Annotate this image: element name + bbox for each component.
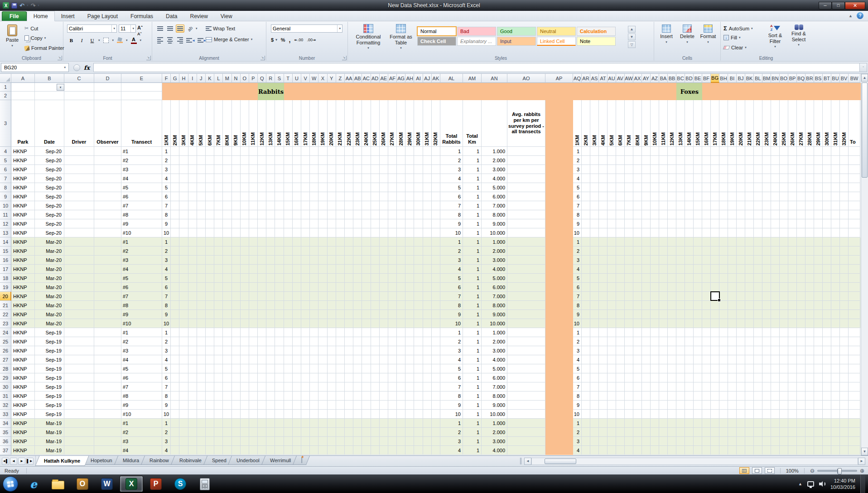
cell[interactable]: 7 xyxy=(162,382,171,392)
cell[interactable] xyxy=(380,392,388,401)
cell[interactable] xyxy=(284,410,293,419)
cell[interactable] xyxy=(171,147,179,156)
cell[interactable] xyxy=(788,373,797,382)
cell[interactable] xyxy=(336,310,345,319)
cell[interactable] xyxy=(266,219,275,228)
cell[interactable]: #8 xyxy=(121,392,162,401)
cell[interactable] xyxy=(423,337,432,346)
cell[interactable] xyxy=(397,237,405,246)
cell[interactable] xyxy=(405,274,414,283)
row-header-27[interactable]: 27 xyxy=(0,355,11,364)
column-header-BR[interactable]: BR xyxy=(805,74,814,83)
cell[interactable] xyxy=(94,373,121,382)
cell[interactable]: HKNP xyxy=(11,437,35,446)
cell[interactable] xyxy=(659,210,668,219)
cell[interactable] xyxy=(599,283,608,292)
cell[interactable] xyxy=(188,165,197,174)
cell[interactable] xyxy=(831,355,840,364)
cell[interactable] xyxy=(405,156,414,165)
cell[interactable] xyxy=(206,382,214,392)
cell[interactable] xyxy=(353,364,362,373)
cell[interactable]: 8 xyxy=(440,301,463,310)
cell[interactable] xyxy=(206,364,214,373)
cell[interactable] xyxy=(188,147,197,156)
cell[interactable]: 5 xyxy=(162,364,171,373)
bottom-align-icon[interactable] xyxy=(176,24,184,33)
cell[interactable] xyxy=(345,346,353,355)
row-header-37[interactable]: 37 xyxy=(0,446,11,455)
cell[interactable] xyxy=(608,210,616,219)
cell[interactable] xyxy=(545,419,573,428)
cell[interactable]: 1 xyxy=(463,210,482,219)
cell[interactable] xyxy=(223,228,231,237)
cell[interactable] xyxy=(849,201,860,210)
cell[interactable] xyxy=(328,156,336,165)
cell[interactable]: 2 xyxy=(573,337,582,346)
cell[interactable] xyxy=(545,292,573,301)
cell[interactable] xyxy=(371,156,380,165)
cell[interactable] xyxy=(336,165,345,174)
wrap-text-button[interactable]: Wrap Text xyxy=(206,26,235,31)
cell[interactable] xyxy=(232,256,241,265)
cell[interactable] xyxy=(397,274,405,283)
cell[interactable] xyxy=(780,274,788,283)
cell[interactable] xyxy=(737,437,745,446)
cell[interactable] xyxy=(197,419,206,428)
cell[interactable] xyxy=(762,382,771,392)
column-header-BF[interactable]: BF xyxy=(702,74,711,83)
cell[interactable] xyxy=(737,237,745,246)
cell[interactable] xyxy=(702,328,711,337)
cell[interactable] xyxy=(293,355,301,364)
cell[interactable]: HKNP xyxy=(11,310,35,319)
cell[interactable] xyxy=(694,337,702,346)
cell[interactable] xyxy=(353,219,362,228)
cell[interactable]: HKNP xyxy=(11,174,35,183)
cell[interactable] xyxy=(582,165,590,174)
cell[interactable]: Sep-20 xyxy=(35,201,64,210)
cell[interactable] xyxy=(797,274,805,283)
cell[interactable] xyxy=(754,174,762,183)
cell[interactable] xyxy=(788,210,797,219)
cell[interactable] xyxy=(762,446,771,455)
cell[interactable] xyxy=(814,265,823,274)
cell[interactable] xyxy=(405,265,414,274)
cell[interactable] xyxy=(694,201,702,210)
cell[interactable] xyxy=(625,301,633,310)
cell[interactable] xyxy=(301,228,310,237)
cell[interactable] xyxy=(831,274,840,283)
column-header-S[interactable]: S xyxy=(275,74,284,83)
cell[interactable] xyxy=(94,410,121,419)
cell[interactable] xyxy=(805,228,814,237)
cell[interactable]: 8 xyxy=(162,301,171,310)
cell[interactable] xyxy=(179,382,188,392)
cell[interactable] xyxy=(728,256,737,265)
cell[interactable] xyxy=(797,265,805,274)
cell[interactable] xyxy=(423,437,432,446)
cell[interactable] xyxy=(328,210,336,219)
cell[interactable] xyxy=(840,192,849,201)
cell[interactable] xyxy=(64,210,94,219)
cell[interactable] xyxy=(797,382,805,392)
column-header-BA[interactable]: BA xyxy=(659,74,668,83)
cell[interactable] xyxy=(694,274,702,283)
cell[interactable] xyxy=(507,246,545,256)
row-header-16[interactable]: 16 xyxy=(0,256,11,265)
cell[interactable] xyxy=(258,355,266,364)
cell[interactable] xyxy=(608,246,616,256)
cell[interactable] xyxy=(249,301,258,310)
cell[interactable] xyxy=(831,446,840,455)
increase-decimal-icon[interactable]: ↞.00 xyxy=(294,38,303,42)
cell[interactable]: 4 xyxy=(440,174,463,183)
cell[interactable] xyxy=(64,373,94,382)
cell[interactable] xyxy=(754,219,762,228)
cell[interactable] xyxy=(840,328,849,337)
cell[interactable] xyxy=(179,274,188,283)
column-header-E[interactable]: E xyxy=(121,74,162,83)
cell[interactable]: 7 xyxy=(440,201,463,210)
cell[interactable] xyxy=(849,301,860,310)
row-header-34[interactable]: 34 xyxy=(0,419,11,428)
cell[interactable] xyxy=(633,156,642,165)
cell[interactable] xyxy=(397,256,405,265)
cell[interactable] xyxy=(694,183,702,192)
column-header-P[interactable]: P xyxy=(249,74,258,83)
